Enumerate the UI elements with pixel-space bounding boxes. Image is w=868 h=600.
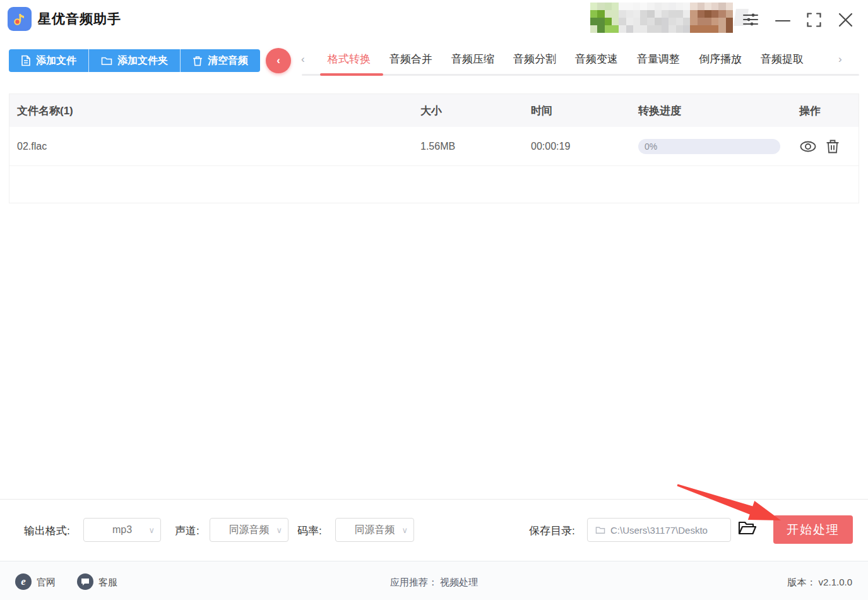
document-icon xyxy=(21,55,31,66)
recommend-link[interactable]: 视频处理 xyxy=(440,577,478,587)
chevron-down-icon: ∨ xyxy=(276,525,282,535)
chevron-down-icon: ∨ xyxy=(401,525,408,535)
tab-audio-split[interactable]: 音频分割 xyxy=(513,52,556,66)
collapse-tabs-button[interactable]: ‹ xyxy=(266,48,291,73)
add-folder-button[interactable]: 添加文件夹 xyxy=(88,49,180,72)
redacted-user-info xyxy=(590,3,733,33)
tabs-scroll-left-icon[interactable]: ‹ xyxy=(301,53,305,66)
tab-audio-merge[interactable]: 音频合并 xyxy=(389,52,432,66)
progress-label: 0% xyxy=(645,141,657,152)
start-processing-button[interactable]: 开始处理 xyxy=(773,515,853,544)
preview-eye-icon[interactable] xyxy=(799,140,817,153)
output-format-value: mp3 xyxy=(112,524,132,536)
tab-audio-extract[interactable]: 音频提取 xyxy=(761,52,804,66)
version-text: 版本： v2.1.0.0 xyxy=(787,577,852,589)
maximize-button[interactable] xyxy=(806,11,822,28)
col-header-filename: 文件名称(1) xyxy=(17,104,420,118)
tab-underline-track xyxy=(302,74,859,76)
app-title: 星优音频助手 xyxy=(38,10,121,28)
chevron-down-icon: ∨ xyxy=(148,525,155,535)
file-actions-group: 添加文件 添加文件夹 清空音频 xyxy=(9,49,260,72)
col-header-size: 大小 xyxy=(420,104,531,118)
folder-small-icon xyxy=(595,525,605,534)
tab-volume-adjust[interactable]: 音量调整 xyxy=(637,52,680,66)
tab-active-indicator xyxy=(320,73,383,76)
col-header-time: 时间 xyxy=(531,104,638,118)
output-format-select[interactable]: mp3 ∨ xyxy=(83,518,161,542)
settings-sliders-icon[interactable] xyxy=(742,11,759,28)
close-button[interactable] xyxy=(836,11,854,28)
music-note-icon xyxy=(12,11,27,27)
tab-list: 格式转换音频合并音频压缩音频分割音频变速音量调整倒序播放音频提取 xyxy=(328,52,804,66)
trash-icon xyxy=(193,56,203,66)
save-dir-label: 保存目录: xyxy=(529,524,575,538)
clear-audio-label: 清空音频 xyxy=(208,54,248,68)
table-header-row: 文件名称(1) 大小 时间 转换进度 操作 xyxy=(9,94,859,127)
tab-audio-compress[interactable]: 音频压缩 xyxy=(451,52,494,66)
app-logo xyxy=(8,7,32,31)
add-file-label: 添加文件 xyxy=(36,54,76,68)
tabs-scroll-right-icon[interactable]: › xyxy=(838,53,842,66)
save-dir-value: C:\Users\31177\Deskto xyxy=(610,525,708,536)
channel-select[interactable]: 同源音频 ∨ xyxy=(210,518,288,542)
app-recommendation: 应用推荐： 视频处理 xyxy=(0,577,868,589)
cell-size: 1.56MB xyxy=(420,141,531,152)
minimize-button[interactable] xyxy=(774,13,792,28)
table-row[interactable]: 02.flac 1.56MB 00:00:19 0% xyxy=(9,127,859,166)
channel-value: 同源音频 xyxy=(229,524,270,537)
tab-format-convert[interactable]: 格式转换 xyxy=(328,52,371,66)
tab-reverse-play[interactable]: 倒序播放 xyxy=(699,52,742,66)
output-format-label: 输出格式: xyxy=(24,524,70,538)
add-folder-label: 添加文件夹 xyxy=(117,54,168,68)
footer: e 官网 客服 应用推荐： 视频处理 版本： v2.1.0.0 xyxy=(0,561,868,600)
col-header-actions: 操作 xyxy=(799,104,859,118)
settings-panel: 输出格式: mp3 ∨ 声道: 同源音频 ∨ 码率: 同源音频 ∨ 保存目录: … xyxy=(0,499,868,561)
cell-filename: 02.flac xyxy=(17,141,420,152)
channel-label: 声道: xyxy=(175,524,199,538)
file-table: 文件名称(1) 大小 时间 转换进度 操作 02.flac 1.56MB 00:… xyxy=(9,93,859,203)
progress-bar: 0% xyxy=(638,139,780,154)
browse-folder-button[interactable] xyxy=(738,520,757,536)
folder-icon xyxy=(101,56,112,66)
clear-audio-button[interactable]: 清空音频 xyxy=(180,49,260,72)
save-dir-input[interactable]: C:\Users\31177\Deskto xyxy=(587,518,731,542)
col-header-progress: 转换进度 xyxy=(638,104,799,118)
tab-audio-speed[interactable]: 音频变速 xyxy=(575,52,618,66)
cell-duration: 00:00:19 xyxy=(531,141,638,152)
bitrate-label: 码率: xyxy=(297,524,322,538)
folder-open-icon xyxy=(738,520,757,536)
add-file-button[interactable]: 添加文件 xyxy=(9,49,88,72)
bitrate-select[interactable]: 同源音频 ∨ xyxy=(335,518,414,542)
bitrate-value: 同源音频 xyxy=(355,524,395,537)
delete-trash-icon[interactable] xyxy=(826,139,840,154)
chevron-left-icon: ‹ xyxy=(276,54,280,67)
recommend-label: 应用推荐： xyxy=(390,577,437,587)
